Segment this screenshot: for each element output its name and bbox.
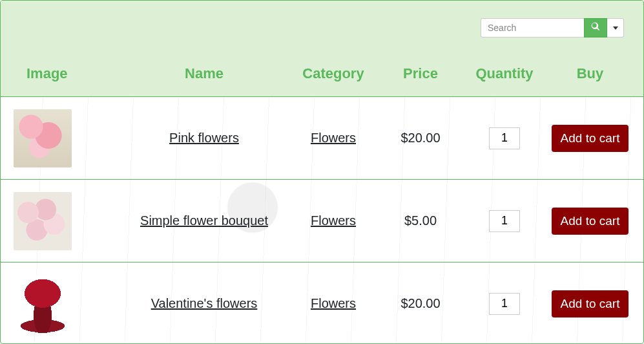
cell-quantity xyxy=(459,127,550,149)
col-header-quantity: Quantity xyxy=(459,65,550,82)
cell-price: $20.00 xyxy=(382,131,459,145)
product-category-link[interactable]: Flowers xyxy=(311,296,356,310)
product-thumbnail xyxy=(14,275,72,333)
add-to-cart-button[interactable]: Add to cart xyxy=(552,208,629,235)
quantity-input[interactable] xyxy=(489,210,520,232)
product-row: Simple flower bouquet Flowers $5.00 Add … xyxy=(1,179,643,262)
cell-price: $5.00 xyxy=(382,213,459,228)
quantity-input[interactable] xyxy=(489,293,520,315)
search-icon xyxy=(591,22,600,34)
add-to-cart-button[interactable]: Add to cart xyxy=(552,125,629,152)
product-row: Pink flowers Flowers $20.00 Add to cart xyxy=(1,96,643,179)
col-header-buy: Buy xyxy=(550,65,630,82)
panel-header: Image Name Category Price Quantity Buy xyxy=(1,1,643,96)
product-name-link[interactable]: Simple flower bouquet xyxy=(140,213,268,228)
add-to-cart-button[interactable]: Add to cart xyxy=(552,290,629,317)
cell-quantity xyxy=(459,210,550,232)
col-header-category: Category xyxy=(285,65,382,82)
cell-category: Flowers xyxy=(285,131,382,145)
products-panel: Image Name Category Price Quantity Buy P… xyxy=(0,0,644,344)
cell-image xyxy=(14,109,123,167)
search-group xyxy=(481,18,624,38)
product-price: $20.00 xyxy=(400,131,440,145)
product-category-link[interactable]: Flowers xyxy=(311,131,356,145)
search-button[interactable] xyxy=(584,18,607,38)
cell-image xyxy=(14,275,123,333)
col-header-image: Image xyxy=(26,65,123,82)
column-headers: Image Name Category Price Quantity Buy xyxy=(1,65,643,82)
product-thumbnail xyxy=(14,192,72,250)
product-row: Valentine's flowers Flowers $20.00 Add t… xyxy=(1,262,643,344)
cell-category: Flowers xyxy=(285,213,382,228)
product-price: $5.00 xyxy=(404,213,437,228)
product-name-link[interactable]: Pink flowers xyxy=(169,131,239,145)
cell-buy: Add to cart xyxy=(550,125,630,152)
cell-image xyxy=(14,192,123,250)
product-price: $20.00 xyxy=(400,296,440,310)
cell-buy: Add to cart xyxy=(550,290,630,317)
product-category-link[interactable]: Flowers xyxy=(311,213,356,228)
cell-price: $20.00 xyxy=(382,296,459,311)
cell-name: Pink flowers xyxy=(123,131,285,145)
quantity-input[interactable] xyxy=(489,127,520,149)
caret-down-icon xyxy=(613,27,618,30)
cell-name: Valentine's flowers xyxy=(123,296,285,311)
cell-buy: Add to cart xyxy=(550,208,630,235)
cell-quantity xyxy=(459,293,550,315)
product-thumbnail xyxy=(14,109,72,167)
search-dropdown-toggle[interactable] xyxy=(607,18,624,38)
col-header-name: Name xyxy=(123,65,285,82)
product-name-link[interactable]: Valentine's flowers xyxy=(151,296,258,310)
cell-name: Simple flower bouquet xyxy=(123,213,285,228)
search-input[interactable] xyxy=(481,18,584,38)
col-header-price: Price xyxy=(382,65,459,82)
cell-category: Flowers xyxy=(285,296,382,311)
